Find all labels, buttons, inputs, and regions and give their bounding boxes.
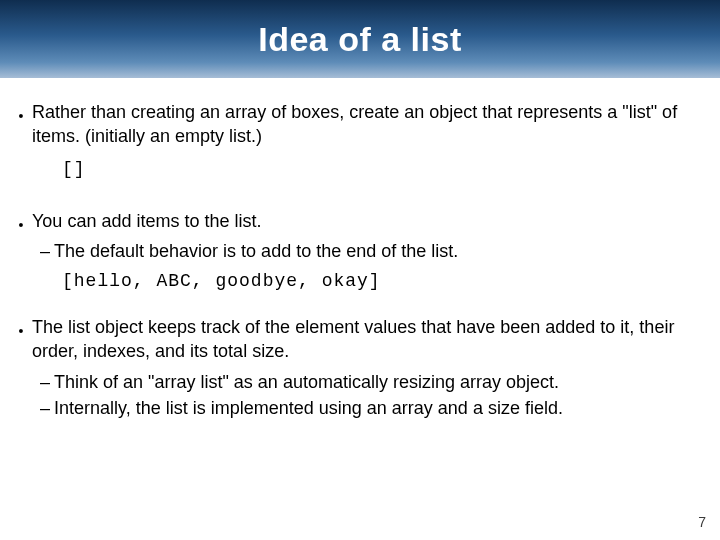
slide-title: Idea of a list — [258, 20, 462, 59]
bullet-2-text: You can add items to the list. — [32, 209, 271, 233]
code-populated-list: [hello, ABC, goodbye, okay] — [62, 271, 702, 291]
bullet-dot-icon — [18, 324, 24, 338]
slide-header: Idea of a list — [0, 0, 720, 78]
bullet-3-sub-1-text: Think of an "array list" as an automatic… — [54, 370, 569, 394]
bullet-2-sub-1-text: The default behavior is to add to the en… — [54, 239, 468, 263]
bullet-1-text: Rather than creating an array of boxes, … — [32, 100, 702, 149]
bullet-2: You can add items to the list. — [18, 209, 702, 233]
page-number: 7 — [698, 514, 706, 530]
dash-icon: – — [40, 370, 54, 394]
bullet-dot-icon — [18, 109, 24, 123]
bullet-3-text: The list object keeps track of the eleme… — [32, 315, 702, 364]
bullet-3: The list object keeps track of the eleme… — [18, 315, 702, 364]
bullet-3-sub-2-text: Internally, the list is implemented usin… — [54, 396, 573, 420]
code-empty-list: [] — [62, 159, 702, 179]
dash-icon: – — [40, 396, 54, 420]
bullet-3-sub-1: – Think of an "array list" as an automat… — [40, 370, 702, 394]
slide-content: Rather than creating an array of boxes, … — [0, 78, 720, 420]
bullet-2-sub-1: – The default behavior is to add to the … — [40, 239, 702, 263]
bullet-1: Rather than creating an array of boxes, … — [18, 100, 702, 149]
bullet-3-sub-2: – Internally, the list is implemented us… — [40, 396, 702, 420]
dash-icon: – — [40, 239, 54, 263]
bullet-dot-icon — [18, 218, 24, 232]
